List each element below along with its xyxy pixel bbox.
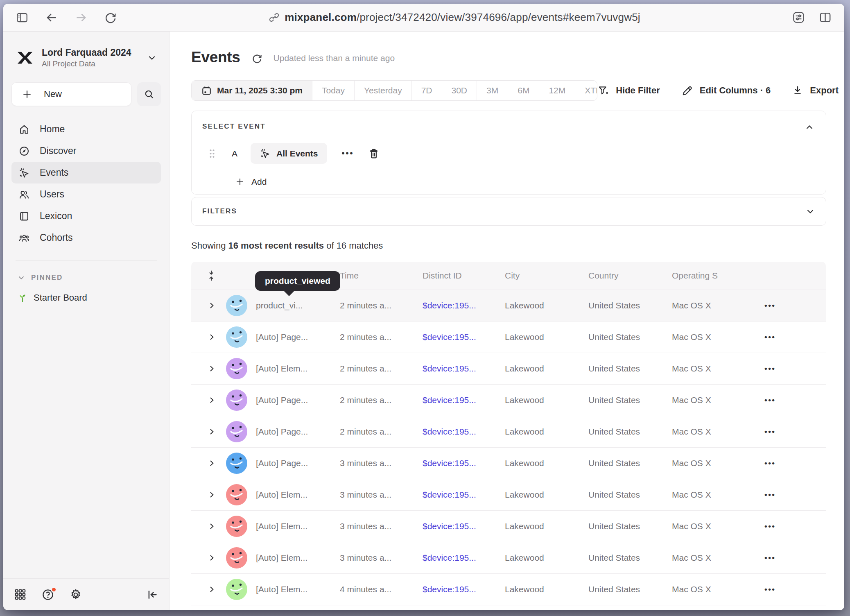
row-expander chevron-right-icon[interactable] xyxy=(208,396,216,404)
date-range-3m[interactable]: 3M xyxy=(477,81,508,100)
event-time: 2 minutes a... xyxy=(340,395,423,405)
event-options-icon[interactable]: ••• xyxy=(342,149,354,158)
add-event-button[interactable]: Add xyxy=(235,177,267,187)
search-button[interactable] xyxy=(137,82,161,106)
table-row[interactable]: [Auto] Page... 3 minutes a... $device:19… xyxy=(191,447,826,479)
distinct-id-link[interactable]: $device:195... xyxy=(423,427,476,436)
event-avatar xyxy=(226,516,247,537)
distinct-id-link[interactable]: $device:195... xyxy=(423,364,476,373)
date-range-30d[interactable]: 30D xyxy=(442,81,477,100)
distinct-id-link[interactable]: $device:195... xyxy=(423,458,476,468)
collapse-sidebar-icon[interactable] xyxy=(146,589,158,601)
column-header-os[interactable]: Operating S xyxy=(672,271,741,281)
collapse-panel-icon chevron-up-icon[interactable] xyxy=(805,122,814,132)
date-range-today[interactable]: Today xyxy=(312,81,355,100)
row-expander chevron-right-icon[interactable] xyxy=(208,365,216,373)
event-city: Lakewood xyxy=(505,427,588,437)
export-button[interactable]: Export xyxy=(792,85,839,96)
back-icon[interactable] xyxy=(45,11,58,24)
distinct-id-link[interactable]: $device:195... xyxy=(423,584,476,594)
table-row[interactable]: [Auto] Elem... 3 minutes a... $device:19… xyxy=(191,542,826,573)
gear-icon[interactable] xyxy=(69,588,82,601)
row-menu-icon[interactable]: ••• xyxy=(764,364,775,373)
new-button[interactable]: New xyxy=(11,82,131,106)
date-range-6m[interactable]: 6M xyxy=(508,81,539,100)
distinct-id-link[interactable]: $device:195... xyxy=(423,395,476,405)
table-row[interactable]: [Auto] Page... 2 minutes a... $device:19… xyxy=(191,321,826,353)
table-row[interactable]: ••• xyxy=(191,605,826,610)
page-settings-icon[interactable] xyxy=(792,11,805,24)
event-os: Mac OS X xyxy=(672,427,741,437)
column-header-time[interactable]: Time xyxy=(340,271,423,281)
row-expander chevron-right-icon[interactable] xyxy=(208,491,216,499)
help-icon[interactable] xyxy=(41,588,54,601)
table-row[interactable]: [Auto] Page... 2 minutes a... $device:19… xyxy=(191,416,826,447)
distinct-id-link[interactable]: $device:195... xyxy=(423,332,476,342)
hide-filter-button[interactable]: Hide Filter xyxy=(597,85,660,97)
row-menu-icon[interactable]: ••• xyxy=(764,490,775,499)
forward-icon[interactable] xyxy=(75,11,88,24)
column-header-city[interactable]: City xyxy=(505,271,588,281)
event-time: 2 minutes a... xyxy=(340,364,423,374)
date-range-12m[interactable]: 12M xyxy=(539,81,575,100)
row-expander chevron-right-icon[interactable] xyxy=(208,301,216,310)
event-avatar xyxy=(226,326,247,348)
table-row[interactable]: [Auto] Elem... 3 minutes a... $device:19… xyxy=(191,510,826,542)
download-icon xyxy=(792,85,803,96)
pencil-icon xyxy=(681,85,693,97)
drag-handle-icon[interactable] xyxy=(209,148,215,159)
sidebar-item-home[interactable]: Home xyxy=(11,118,161,140)
row-menu-icon[interactable]: ••• xyxy=(764,396,775,405)
row-expander chevron-right-icon[interactable] xyxy=(208,428,216,436)
pinned-section-toggle[interactable]: PINNED xyxy=(11,274,161,282)
date-range-mar-11-2025-3-30-pm[interactable]: Mar 11, 2025 3:30 pm xyxy=(192,81,312,100)
search-icon xyxy=(144,89,155,100)
column-header-distinct-id[interactable]: Distinct ID xyxy=(423,271,505,281)
row-expander chevron-right-icon[interactable] xyxy=(208,554,216,562)
row-expander chevron-right-icon[interactable] xyxy=(208,522,216,530)
split-view-icon[interactable] xyxy=(818,11,832,24)
date-range-yesterday[interactable]: Yesterday xyxy=(355,81,412,100)
apps-grid-icon[interactable] xyxy=(14,588,27,601)
table-row[interactable]: [Auto] Elem... 4 minutes a... $device:19… xyxy=(191,573,826,605)
sidebar-item-cohorts[interactable]: Cohorts xyxy=(11,227,161,249)
sidebar-footer xyxy=(3,578,169,610)
column-header-country[interactable]: Country xyxy=(588,271,672,281)
distinct-id-link[interactable]: $device:195... xyxy=(423,301,476,310)
expand-panel-icon chevron-down-icon[interactable] xyxy=(805,206,815,216)
distinct-id-link[interactable]: $device:195... xyxy=(423,490,476,499)
edit-columns-button[interactable]: Edit Columns · 6 xyxy=(681,85,771,97)
table-row[interactable]: [Auto] Elem... 3 minutes a... $device:19… xyxy=(191,479,826,510)
table-row[interactable]: [Auto] Elem... 2 minutes a... $device:19… xyxy=(191,353,826,384)
collapse-all-rows-icon[interactable] xyxy=(207,270,216,281)
row-expander chevron-right-icon[interactable] xyxy=(208,585,216,593)
row-menu-icon[interactable]: ••• xyxy=(764,333,775,342)
date-range-7d[interactable]: 7D xyxy=(412,81,442,100)
table-row[interactable]: [Auto] Page... 2 minutes a... $device:19… xyxy=(191,384,826,416)
sidebar-toggle-icon[interactable] xyxy=(16,11,29,24)
distinct-id-link[interactable]: $device:195... xyxy=(423,521,476,531)
sidebar-item-events[interactable]: Events xyxy=(11,162,161,183)
event-os: Mac OS X xyxy=(672,395,741,405)
sidebar-item-discover[interactable]: Discover xyxy=(11,140,161,162)
row-expander chevron-right-icon[interactable] xyxy=(208,333,216,341)
address-bar[interactable]: mixpanel.com/project/3472420/view/397469… xyxy=(117,11,792,24)
row-menu-icon[interactable]: ••• xyxy=(764,585,775,594)
row-menu-icon[interactable]: ••• xyxy=(764,459,775,468)
row-menu-icon[interactable]: ••• xyxy=(764,301,775,310)
row-menu-icon[interactable]: ••• xyxy=(764,427,775,436)
row-expander chevron-right-icon[interactable] xyxy=(208,459,216,467)
row-menu-icon[interactable]: ••• xyxy=(764,553,775,562)
trash-icon[interactable] xyxy=(368,148,380,159)
row-menu-icon[interactable]: ••• xyxy=(764,522,775,531)
event-selector-chip[interactable]: All Events xyxy=(251,143,327,164)
sidebar-item-users[interactable]: Users xyxy=(11,183,161,205)
distinct-id-link[interactable]: $device:195... xyxy=(423,553,476,562)
sidebar-item-starter-board[interactable]: Starter Board xyxy=(11,292,161,303)
project-switcher[interactable]: Lord Farquaad 2024 All Project Data xyxy=(11,47,161,68)
date-range-xtd[interactable]: XTD xyxy=(575,81,597,100)
reload-icon[interactable] xyxy=(104,11,117,24)
sidebar-item-lexicon[interactable]: Lexicon xyxy=(11,205,161,227)
refresh-icon[interactable] xyxy=(251,52,263,64)
users-icon xyxy=(18,189,30,200)
